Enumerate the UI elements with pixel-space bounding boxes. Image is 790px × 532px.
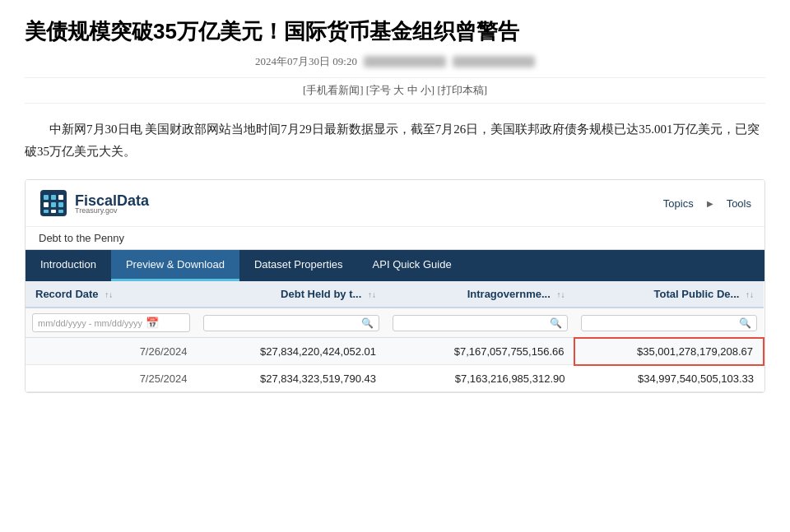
filter-intragovt-search: 🔍 [393, 315, 569, 331]
svg-rect-6 [58, 202, 63, 207]
article-body: 中新网7月30日电 美国财政部网站当地时间7月29日最新数据显示，截至7月26日… [25, 118, 765, 163]
cell-date-1: 7/26/2024 [26, 338, 197, 365]
calendar-icon[interactable]: 📅 [146, 317, 159, 329]
cell-total-2: $34,997,540,505,103.33 [574, 365, 764, 392]
search-total-input[interactable] [587, 317, 739, 329]
tab-preview-download[interactable]: Preview & Download [111, 250, 239, 281]
tab-api-quick-guide[interactable]: API Quick Guide [358, 250, 467, 281]
topics-arrow-icon: ▶ [707, 199, 713, 208]
col-intragovt: Intragovernme... ↑↓ [386, 281, 575, 308]
svg-rect-8 [51, 210, 56, 213]
source-blur [453, 56, 535, 67]
svg-rect-2 [51, 195, 56, 200]
svg-rect-9 [58, 210, 63, 213]
fiscal-logo-icon [39, 188, 68, 218]
fiscal-nav-right: Topics ▶ Tools [663, 197, 751, 210]
sort-icon-debt[interactable]: ↑↓ [368, 290, 376, 299]
table-header-row: Record Date ↑↓ Debt Held by t... ↑↓ Intr… [26, 281, 764, 308]
fiscal-logo: FiscalData Treasury.gov [39, 188, 149, 218]
table-row: 7/26/2024 $27,834,220,424,052.01 $7,167,… [26, 338, 764, 365]
filter-date-cell: mm/dd/yyyy - mm/dd/yyyy 📅 [26, 308, 197, 338]
svg-rect-7 [44, 210, 49, 213]
fiscal-tabs: Introduction Preview & Download Dataset … [26, 250, 764, 281]
sort-icon-intragovt[interactable]: ↑↓ [556, 290, 565, 299]
fiscal-header: FiscalData Treasury.gov Topics ▶ Tools [26, 180, 764, 227]
sort-icon-total[interactable]: ↑↓ [746, 290, 754, 299]
col-record-date: Record Date ↑↓ [26, 281, 197, 308]
filter-debt-cell: 🔍 [197, 308, 386, 338]
article-tools: [手机看新闻] [字号 大 中 小] [打印本稿] [25, 77, 765, 104]
svg-rect-1 [44, 195, 49, 200]
filter-debt-search: 🔍 [203, 315, 379, 331]
nav-topics[interactable]: Topics [663, 197, 694, 210]
search-total-icon: 🔍 [739, 317, 751, 329]
search-debt-input[interactable] [209, 317, 361, 329]
fiscal-table-container: Record Date ↑↓ Debt Held by t... ↑↓ Intr… [26, 281, 764, 392]
col-debt-held: Debt Held by t... ↑↓ [197, 281, 386, 308]
search-intragovt-input[interactable] [398, 317, 551, 329]
article-title: 美债规模突破35万亿美元！国际货币基金组织曾警告 [25, 16, 765, 46]
article-meta: 2024年07月30日 09:20 [25, 54, 765, 69]
filter-intragovt-cell: 🔍 [386, 308, 575, 338]
cell-total-1-highlighted: $35,001,278,179,208.67 [574, 338, 764, 365]
cell-intragovt-1: $7,167,057,755,156.66 [386, 338, 575, 365]
svg-rect-5 [51, 202, 56, 207]
cell-date-2: 7/25/2024 [26, 365, 197, 392]
article-date: 2024年07月30日 09:20 [255, 54, 357, 69]
search-intragovt-icon: 🔍 [550, 317, 562, 329]
fiscal-widget: FiscalData Treasury.gov Topics ▶ Tools D… [25, 179, 765, 393]
fiscal-subtitle: Debt to the Penny [26, 227, 764, 250]
tab-introduction[interactable]: Introduction [26, 250, 111, 281]
date-filter-placeholder: mm/dd/yyyy - mm/dd/yyyy [38, 318, 142, 328]
debt-table: Record Date ↑↓ Debt Held by t... ↑↓ Intr… [26, 281, 764, 392]
cell-intragovt-2: $7,163,216,985,312.90 [386, 365, 575, 392]
cell-debt-1: $27,834,220,424,052.01 [197, 338, 386, 365]
filter-row: mm/dd/yyyy - mm/dd/yyyy 📅 🔍 [26, 308, 764, 338]
fiscal-logo-text-block: FiscalData Treasury.gov [75, 192, 149, 215]
svg-rect-3 [58, 195, 63, 200]
col-total-public: Total Public De... ↑↓ [574, 281, 764, 308]
filter-total-search: 🔍 [581, 315, 757, 331]
cell-debt-2: $27,834,323,519,790.43 [197, 365, 386, 392]
table-row: 7/25/2024 $27,834,323,519,790.43 $7,163,… [26, 365, 764, 392]
nav-tools[interactable]: Tools [727, 197, 751, 210]
sort-icon-date[interactable]: ↑↓ [105, 290, 113, 299]
svg-rect-4 [44, 202, 49, 207]
search-debt-icon: 🔍 [361, 317, 374, 329]
author-blur [364, 56, 446, 67]
filter-total-cell: 🔍 [574, 308, 764, 338]
tab-dataset-properties[interactable]: Dataset Properties [239, 250, 358, 281]
